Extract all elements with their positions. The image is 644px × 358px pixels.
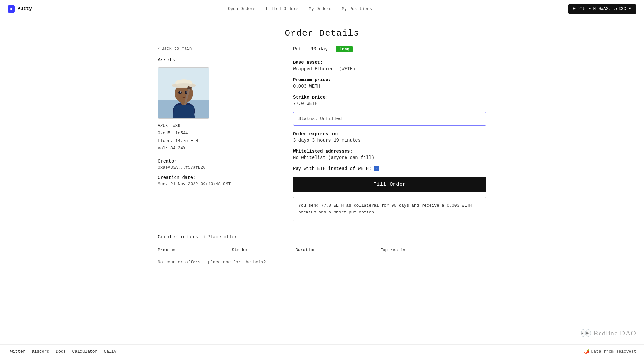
nft-address: 0xed5..1c544 [158, 129, 267, 137]
nft-image [158, 67, 209, 119]
nav-filled-orders[interactable]: Filled Orders [266, 6, 298, 11]
footer-discord[interactable]: Discord [32, 349, 50, 354]
svg-point-11 [178, 91, 182, 94]
nft-name: AZUKI #89 [158, 122, 267, 129]
order-info-box: You send 77.0 WETH as collateral for 90 … [293, 197, 486, 221]
col-strike: Strike [232, 245, 295, 255]
col-expires: Expires in [380, 245, 486, 255]
pay-eth-row: Pay with ETH instead of WETH: ✓ [293, 166, 486, 171]
wallet-eth-amount: 0.215 ETH [573, 6, 596, 11]
status-text: Status: Unfilled [298, 116, 342, 121]
nft-info: AZUKI #89 0xed5..1c544 Floor: 14.75 ETH … [158, 122, 267, 152]
whitelist-label: Whitelisted addresses: [293, 149, 486, 154]
strike-value: 77.0 WETH [293, 101, 486, 106]
premium-group: Premium price: 0.003 WETH [293, 77, 486, 89]
expires-label: Order expires in: [293, 131, 486, 137]
nav-my-positions[interactable]: My Positions [342, 6, 372, 11]
wallet-address: 0xA2...c33C [598, 6, 626, 11]
nav-open-orders[interactable]: Open Orders [228, 6, 256, 11]
redline-text: Redline DAO [593, 329, 636, 337]
status-box: Status: Unfilled [293, 112, 486, 126]
left-panel: ‹ Back to main Assets [158, 46, 267, 221]
table-header: Premium Strike Duration Expires in [158, 245, 486, 255]
counter-offers-title: Counter offers [158, 234, 198, 240]
place-offer-label: Place offer [207, 234, 237, 240]
footer-twitter[interactable]: Twitter [8, 349, 25, 354]
back-chevron: ‹ [158, 46, 160, 51]
redline-dao-watermark: 👀 Redline DAO [580, 328, 636, 339]
footer-data-source: 🌶️ Data from spicyest [584, 349, 636, 354]
svg-point-12 [180, 91, 181, 93]
expires-value: 3 days 3 hours 19 minutes [293, 138, 486, 143]
order-info-text: You send 77.0 WETH as collateral for 90 … [298, 203, 472, 215]
no-offers-text: No counter offers – place one for the bo… [158, 255, 486, 269]
base-asset-value: Wrapped Ethereum (WETH) [293, 66, 486, 71]
premium-value: 0.003 WETH [293, 84, 486, 89]
nft-floor: Floor: 14.75 ETH [158, 137, 267, 145]
svg-point-10 [172, 83, 196, 88]
expires-group: Order expires in: 3 days 3 hours 19 minu… [293, 131, 486, 143]
footer-cally[interactable]: Cally [104, 349, 116, 354]
redline-eyes-icon: 👀 [580, 328, 592, 339]
pay-eth-label: Pay with ETH instead of WETH: [293, 166, 372, 171]
strike-group: Strike price: 77.0 WETH [293, 95, 486, 106]
main-content: ‹ Back to main Assets [145, 46, 499, 221]
fill-order-button[interactable]: Fill Order [293, 177, 486, 192]
order-type-label: Put – 90 day – [293, 46, 334, 52]
data-source-text: Data from spicyest [591, 349, 636, 354]
base-asset-label: Base asset: [293, 60, 486, 65]
place-offer-link[interactable]: + Place offer [204, 234, 237, 240]
pay-eth-checkbox[interactable]: ✓ [374, 166, 379, 171]
wallet-button[interactable]: 0.215 ETH 0xA2...c33C ▼ [568, 4, 636, 14]
base-asset-group: Base asset: Wrapped Ethereum (WETH) [293, 60, 486, 71]
logo-icon [8, 5, 15, 13]
place-offer-icon: + [204, 234, 206, 240]
creator-section: Creator: 0xaeA33A...f57afB20 [158, 159, 267, 170]
creator-address: 0xaeA33A...f57afB20 [158, 165, 267, 170]
long-badge: Long [336, 46, 353, 52]
logo-label: Putty [17, 6, 32, 12]
right-panel: Put – 90 day – Long Base asset: Wrapped … [293, 46, 486, 221]
wallet-dropdown-icon: ▼ [629, 6, 631, 11]
creation-section: Creation date: Mon, 21 Nov 2022 00:49:48… [158, 175, 267, 186]
premium-label: Premium price: [293, 77, 486, 82]
main-nav: Open Orders Filled Orders My Orders My P… [228, 6, 372, 11]
counter-offers-table: Premium Strike Duration Expires in No co… [158, 245, 486, 269]
whitelist-value: No whitelist (anyone can fill) [293, 155, 486, 160]
nav-my-orders[interactable]: My Orders [309, 6, 331, 11]
strike-label: Strike price: [293, 95, 486, 100]
page-title: Order Details [0, 28, 644, 38]
nft-vol: Vol: 84.34% [158, 145, 267, 152]
app-footer: Twitter Discord Docs Calculator Cally 🌶️… [0, 344, 644, 358]
spicy-icon: 🌶️ [584, 349, 589, 354]
col-duration: Duration [296, 245, 380, 255]
footer-docs[interactable]: Docs [56, 349, 66, 354]
creation-date-label: Creation date: [158, 175, 267, 180]
col-premium: Premium [158, 245, 232, 255]
back-link[interactable]: ‹ Back to main [158, 46, 267, 51]
back-label: Back to main [162, 46, 192, 51]
no-offers-row: No counter offers – place one for the bo… [158, 255, 486, 269]
whitelist-group: Whitelisted addresses: No whitelist (any… [293, 149, 486, 160]
assets-section-label: Assets [158, 57, 267, 63]
creation-date-value: Mon, 21 Nov 2022 00:49:48 GMT [158, 182, 267, 186]
table-body: No counter offers – place one for the bo… [158, 255, 486, 269]
creator-label: Creator: [158, 159, 267, 164]
app-logo[interactable]: Putty [8, 5, 32, 13]
redline-logo: 👀 Redline DAO [580, 328, 636, 339]
svg-point-1 [10, 8, 12, 10]
footer-calculator[interactable]: Calculator [72, 349, 97, 354]
counter-offers-section: Counter offers + Place offer Premium Str… [145, 234, 499, 269]
order-type-row: Put – 90 day – Long [293, 46, 486, 52]
app-header: Putty Open Orders Filled Orders My Order… [0, 0, 644, 18]
counter-header: Counter offers + Place offer [158, 234, 486, 240]
